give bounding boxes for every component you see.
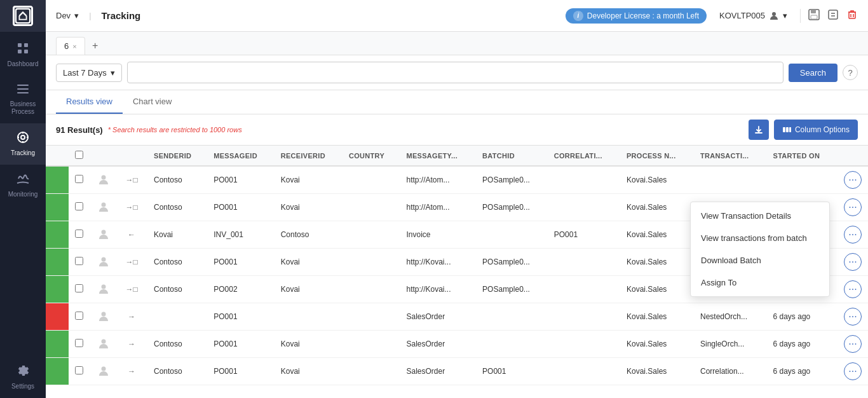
- tab-results-view[interactable]: Results view: [56, 90, 123, 114]
- export-icon[interactable]: [827, 9, 839, 23]
- results-header: 91 Result(s) * Search results are restri…: [46, 114, 868, 146]
- row-checkbox[interactable]: [75, 202, 83, 210]
- row-menu-button[interactable]: ···: [844, 280, 862, 298]
- row-messageid: PO001: [207, 194, 274, 221]
- row-receiverid: Kovai: [275, 249, 342, 276]
- row-started-on: 6 days ago: [767, 303, 837, 331]
- download-button[interactable]: [749, 120, 769, 140]
- row-senderid: Kovai: [147, 221, 207, 249]
- tab-chart-view[interactable]: Chart view: [123, 90, 182, 114]
- env-chevron-icon: ▾: [74, 11, 79, 20]
- row-process-n: Kovai.Sales: [620, 331, 694, 358]
- tab-item[interactable]: 6 ×: [56, 37, 85, 55]
- row-country: [342, 249, 400, 276]
- row-batchid: POSample0...: [476, 276, 548, 303]
- row-checkbox[interactable]: [75, 339, 83, 347]
- svg-point-28: [102, 202, 106, 207]
- row-process-n: Kovai.Sales: [620, 249, 694, 276]
- delete-icon[interactable]: [846, 9, 858, 23]
- row-messageid: PO001: [207, 358, 274, 385]
- search-help-icon[interactable]: ?: [843, 65, 858, 80]
- row-menu-button[interactable]: ···: [844, 253, 862, 271]
- row-checkbox[interactable]: [75, 175, 83, 183]
- row-menu-cell: ···: [837, 358, 868, 385]
- select-all-checkbox[interactable]: [75, 151, 83, 159]
- row-receiverid: Kovai: [275, 331, 342, 358]
- sidebar-item-dashboard[interactable]: Dashboard: [0, 34, 46, 76]
- app-logo-icon: [13, 6, 33, 26]
- sidebar-item-business-process[interactable]: Business Process: [0, 76, 46, 123]
- row-direction-cell: →□: [116, 166, 147, 194]
- row-menu-button[interactable]: ···: [844, 198, 862, 216]
- row-menu-button[interactable]: ···: [844, 171, 862, 189]
- row-country: [342, 221, 400, 249]
- row-started-on: 6 days ago: [767, 358, 837, 385]
- user-menu[interactable]: KOVLTP005 ▾: [714, 8, 792, 24]
- add-tab-button[interactable]: +: [88, 38, 103, 53]
- license-info-icon: i: [573, 11, 583, 21]
- row-country: [342, 358, 400, 385]
- date-range-dropdown[interactable]: Last 7 Days ▾: [56, 64, 122, 82]
- context-menu-item-assign[interactable]: Assign To: [691, 271, 829, 294]
- row-messagety: http://Kovai...: [400, 249, 476, 276]
- row-country: [342, 166, 400, 194]
- row-correlati: PO001: [548, 221, 620, 249]
- avatar-icon: [98, 338, 109, 349]
- row-transacti: SingleOrch...: [694, 331, 767, 358]
- row-process-n: Kovai.Sales: [620, 303, 694, 331]
- download-icon: [754, 125, 763, 134]
- col-messagety: MESSAGETY...: [400, 146, 476, 166]
- row-transacti: Correlation...: [694, 358, 767, 385]
- row-batchid: [476, 221, 548, 249]
- sidebar-logo: [0, 0, 46, 32]
- row-status-indicator: [46, 331, 69, 358]
- context-menu-item-view-details[interactable]: View Transaction Details: [691, 205, 829, 227]
- sidebar-item-settings[interactable]: Settings: [0, 357, 46, 398]
- row-checkbox-cell: [69, 166, 92, 194]
- sidebar-item-label-dashboard: Dashboard: [8, 60, 39, 68]
- col-started-on: STARTED ON: [767, 146, 837, 166]
- search-input[interactable]: [127, 62, 783, 83]
- row-checkbox[interactable]: [75, 284, 83, 292]
- row-messagety: SalesOrder: [400, 358, 476, 385]
- environment-selector[interactable]: Dev ▾: [56, 11, 79, 20]
- svg-rect-26: [789, 127, 791, 132]
- context-menu-item-download[interactable]: Download Batch: [691, 249, 829, 271]
- settings-icon: [17, 364, 29, 380]
- save-view-icon[interactable]: [808, 9, 820, 23]
- context-menu-item-view-batch[interactable]: View transactions from batch: [691, 227, 829, 249]
- row-checkbox-cell: [69, 249, 92, 276]
- col-transacti: TRANSACTI...: [694, 146, 767, 166]
- row-checkbox[interactable]: [75, 366, 83, 374]
- row-messagety: http://Atom...: [400, 194, 476, 221]
- row-menu-button[interactable]: ···: [844, 335, 862, 353]
- row-checkbox[interactable]: [75, 257, 83, 265]
- sidebar-item-label-bp: Business Process: [10, 100, 36, 116]
- main-content: Dev ▾ | Tracking i Developer License : a…: [46, 0, 868, 398]
- topbar: Dev ▾ | Tracking i Developer License : a…: [46, 0, 868, 32]
- row-avatar-cell: [92, 194, 116, 221]
- row-menu-button[interactable]: ···: [844, 308, 862, 326]
- row-checkbox[interactable]: [75, 312, 83, 320]
- row-menu-button[interactable]: ···: [844, 226, 862, 244]
- user-avatar-icon: [769, 11, 779, 21]
- row-process-n: Kovai.Sales: [620, 194, 694, 221]
- row-checkbox[interactable]: [75, 230, 83, 238]
- row-process-n: Kovai.Sales: [620, 166, 694, 194]
- tab-close-icon[interactable]: ×: [72, 43, 76, 50]
- svg-rect-1: [18, 43, 22, 47]
- sidebar-item-monitoring[interactable]: Monitoring: [0, 165, 46, 206]
- col-checkbox: [69, 146, 92, 166]
- search-button[interactable]: Search: [789, 64, 837, 82]
- row-menu-button[interactable]: ···: [844, 362, 862, 380]
- topbar-divider: |: [89, 11, 91, 20]
- license-text: Developer License : a month Left: [587, 11, 699, 20]
- row-senderid: Contoso: [147, 331, 207, 358]
- row-menu-cell: ···: [837, 249, 868, 276]
- business-process-icon: [17, 83, 29, 98]
- column-options-button[interactable]: Column Options: [774, 120, 858, 140]
- svg-rect-7: [17, 92, 29, 93]
- row-transacti: NestedOrch...: [694, 303, 767, 331]
- svg-point-30: [102, 257, 106, 261]
- sidebar-item-tracking[interactable]: Tracking: [0, 123, 46, 165]
